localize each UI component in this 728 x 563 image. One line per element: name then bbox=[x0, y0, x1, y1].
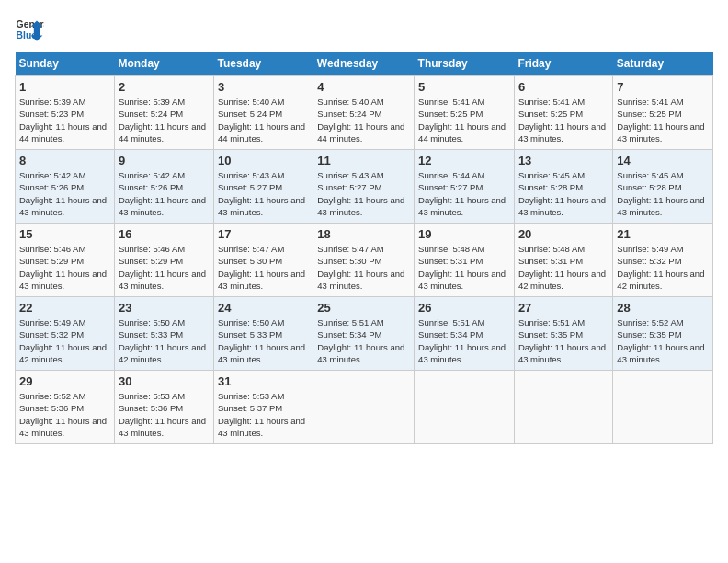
calendar-cell: 9 Sunrise: 5:42 AMSunset: 5:26 PMDayligh… bbox=[114, 150, 213, 224]
calendar-cell: 2 Sunrise: 5:39 AMSunset: 5:24 PMDayligh… bbox=[114, 76, 213, 150]
day-info: Sunrise: 5:47 AMSunset: 5:30 PMDaylight:… bbox=[218, 244, 305, 291]
calendar-cell: 4 Sunrise: 5:40 AMSunset: 5:24 PMDayligh… bbox=[313, 76, 415, 150]
day-info: Sunrise: 5:48 AMSunset: 5:31 PMDaylight:… bbox=[418, 244, 506, 291]
day-number: 13 bbox=[518, 154, 609, 167]
week-row-5: 29 Sunrise: 5:52 AMSunset: 5:36 PMDaylig… bbox=[16, 371, 713, 444]
calendar-cell: 16 Sunrise: 5:46 AMSunset: 5:29 PMDaylig… bbox=[114, 224, 213, 297]
calendar-cell: 31 Sunrise: 5:53 AMSunset: 5:37 PMDaylig… bbox=[214, 371, 313, 444]
calendar-header-row: SundayMondayTuesdayWednesdayThursdayFrid… bbox=[16, 52, 713, 76]
calendar-cell: 11 Sunrise: 5:43 AMSunset: 5:27 PMDaylig… bbox=[313, 150, 415, 224]
calendar-cell: 13 Sunrise: 5:45 AMSunset: 5:28 PMDaylig… bbox=[514, 150, 612, 224]
week-row-4: 22 Sunrise: 5:49 AMSunset: 5:32 PMDaylig… bbox=[16, 297, 713, 371]
header-friday: Friday bbox=[514, 52, 612, 76]
day-info: Sunrise: 5:41 AMSunset: 5:25 PMDaylight:… bbox=[518, 97, 606, 144]
calendar-cell bbox=[415, 371, 515, 444]
calendar-cell: 18 Sunrise: 5:47 AMSunset: 5:30 PMDaylig… bbox=[313, 224, 415, 297]
logo-icon: General Blue bbox=[15, 15, 44, 44]
day-info: Sunrise: 5:45 AMSunset: 5:28 PMDaylight:… bbox=[518, 170, 606, 217]
day-number: 12 bbox=[418, 154, 510, 167]
day-info: Sunrise: 5:45 AMSunset: 5:28 PMDaylight:… bbox=[617, 170, 704, 217]
day-info: Sunrise: 5:44 AMSunset: 5:27 PMDaylight:… bbox=[418, 170, 506, 217]
day-number: 19 bbox=[418, 227, 510, 241]
day-info: Sunrise: 5:46 AMSunset: 5:29 PMDaylight:… bbox=[119, 244, 206, 291]
day-info: Sunrise: 5:40 AMSunset: 5:24 PMDaylight:… bbox=[317, 97, 404, 144]
day-info: Sunrise: 5:42 AMSunset: 5:26 PMDaylight:… bbox=[19, 170, 107, 217]
day-number: 2 bbox=[119, 80, 210, 94]
day-number: 3 bbox=[218, 80, 309, 94]
calendar-cell: 25 Sunrise: 5:51 AMSunset: 5:34 PMDaylig… bbox=[313, 297, 415, 371]
day-info: Sunrise: 5:49 AMSunset: 5:32 PMDaylight:… bbox=[19, 317, 107, 364]
day-number: 22 bbox=[19, 301, 110, 315]
day-number: 31 bbox=[218, 374, 309, 388]
header-tuesday: Tuesday bbox=[214, 52, 313, 76]
day-info: Sunrise: 5:51 AMSunset: 5:34 PMDaylight:… bbox=[418, 317, 506, 364]
calendar-cell: 26 Sunrise: 5:51 AMSunset: 5:34 PMDaylig… bbox=[415, 297, 515, 371]
day-number: 17 bbox=[218, 227, 309, 241]
day-number: 20 bbox=[518, 227, 609, 241]
week-row-2: 8 Sunrise: 5:42 AMSunset: 5:26 PMDayligh… bbox=[16, 150, 713, 224]
calendar-cell: 28 Sunrise: 5:52 AMSunset: 5:35 PMDaylig… bbox=[613, 297, 713, 371]
day-number: 18 bbox=[317, 227, 410, 241]
day-info: Sunrise: 5:51 AMSunset: 5:34 PMDaylight:… bbox=[317, 317, 404, 364]
header-monday: Monday bbox=[114, 52, 213, 76]
day-number: 9 bbox=[119, 154, 210, 167]
calendar-cell: 10 Sunrise: 5:43 AMSunset: 5:27 PMDaylig… bbox=[214, 150, 313, 224]
calendar-cell: 23 Sunrise: 5:50 AMSunset: 5:33 PMDaylig… bbox=[114, 297, 213, 371]
calendar-cell: 7 Sunrise: 5:41 AMSunset: 5:25 PMDayligh… bbox=[613, 76, 713, 150]
day-number: 5 bbox=[418, 80, 510, 94]
day-number: 15 bbox=[19, 227, 110, 241]
calendar-cell: 27 Sunrise: 5:51 AMSunset: 5:35 PMDaylig… bbox=[514, 297, 612, 371]
day-number: 28 bbox=[617, 301, 709, 315]
calendar-cell: 29 Sunrise: 5:52 AMSunset: 5:36 PMDaylig… bbox=[16, 371, 115, 444]
day-number: 11 bbox=[317, 154, 410, 167]
calendar-cell: 6 Sunrise: 5:41 AMSunset: 5:25 PMDayligh… bbox=[514, 76, 612, 150]
header-sunday: Sunday bbox=[16, 52, 115, 76]
day-info: Sunrise: 5:43 AMSunset: 5:27 PMDaylight:… bbox=[218, 170, 305, 217]
header: General Blue bbox=[15, 15, 713, 44]
calendar-cell: 3 Sunrise: 5:40 AMSunset: 5:24 PMDayligh… bbox=[214, 76, 313, 150]
header-saturday: Saturday bbox=[613, 52, 713, 76]
day-number: 29 bbox=[19, 374, 110, 388]
day-number: 6 bbox=[518, 80, 609, 94]
calendar-cell: 20 Sunrise: 5:48 AMSunset: 5:31 PMDaylig… bbox=[514, 224, 612, 297]
day-info: Sunrise: 5:50 AMSunset: 5:33 PMDaylight:… bbox=[119, 317, 206, 364]
calendar-cell: 15 Sunrise: 5:46 AMSunset: 5:29 PMDaylig… bbox=[16, 224, 115, 297]
calendar-table: SundayMondayTuesdayWednesdayThursdayFrid… bbox=[15, 52, 713, 444]
day-number: 7 bbox=[617, 80, 709, 94]
calendar-cell bbox=[514, 371, 612, 444]
calendar-cell: 21 Sunrise: 5:49 AMSunset: 5:32 PMDaylig… bbox=[613, 224, 713, 297]
header-thursday: Thursday bbox=[415, 52, 515, 76]
day-info: Sunrise: 5:53 AMSunset: 5:36 PMDaylight:… bbox=[119, 391, 206, 438]
calendar-cell: 24 Sunrise: 5:50 AMSunset: 5:33 PMDaylig… bbox=[214, 297, 313, 371]
calendar-cell: 8 Sunrise: 5:42 AMSunset: 5:26 PMDayligh… bbox=[16, 150, 115, 224]
day-number: 14 bbox=[617, 154, 709, 167]
calendar-cell: 22 Sunrise: 5:49 AMSunset: 5:32 PMDaylig… bbox=[16, 297, 115, 371]
logo: General Blue bbox=[15, 15, 44, 44]
calendar-cell: 12 Sunrise: 5:44 AMSunset: 5:27 PMDaylig… bbox=[415, 150, 515, 224]
day-info: Sunrise: 5:50 AMSunset: 5:33 PMDaylight:… bbox=[218, 317, 305, 364]
day-info: Sunrise: 5:41 AMSunset: 5:25 PMDaylight:… bbox=[617, 97, 704, 144]
day-info: Sunrise: 5:49 AMSunset: 5:32 PMDaylight:… bbox=[617, 244, 704, 291]
day-info: Sunrise: 5:47 AMSunset: 5:30 PMDaylight:… bbox=[317, 244, 404, 291]
week-row-3: 15 Sunrise: 5:46 AMSunset: 5:29 PMDaylig… bbox=[16, 224, 713, 297]
day-info: Sunrise: 5:46 AMSunset: 5:29 PMDaylight:… bbox=[19, 244, 107, 291]
header-wednesday: Wednesday bbox=[313, 52, 415, 76]
day-number: 27 bbox=[518, 301, 609, 315]
day-number: 21 bbox=[617, 227, 709, 241]
day-info: Sunrise: 5:48 AMSunset: 5:31 PMDaylight:… bbox=[518, 244, 606, 291]
calendar-cell bbox=[613, 371, 713, 444]
day-number: 26 bbox=[418, 301, 510, 315]
calendar-cell: 5 Sunrise: 5:41 AMSunset: 5:25 PMDayligh… bbox=[415, 76, 515, 150]
day-info: Sunrise: 5:40 AMSunset: 5:24 PMDaylight:… bbox=[218, 97, 305, 144]
calendar-cell: 17 Sunrise: 5:47 AMSunset: 5:30 PMDaylig… bbox=[214, 224, 313, 297]
day-number: 25 bbox=[317, 301, 410, 315]
day-info: Sunrise: 5:52 AMSunset: 5:36 PMDaylight:… bbox=[19, 391, 107, 438]
calendar-cell: 14 Sunrise: 5:45 AMSunset: 5:28 PMDaylig… bbox=[613, 150, 713, 224]
calendar-cell: 19 Sunrise: 5:48 AMSunset: 5:31 PMDaylig… bbox=[415, 224, 515, 297]
day-number: 24 bbox=[218, 301, 309, 315]
day-number: 16 bbox=[119, 227, 210, 241]
calendar-cell: 1 Sunrise: 5:39 AMSunset: 5:23 PMDayligh… bbox=[16, 76, 115, 150]
day-info: Sunrise: 5:39 AMSunset: 5:23 PMDaylight:… bbox=[19, 97, 107, 144]
day-number: 23 bbox=[119, 301, 210, 315]
day-info: Sunrise: 5:41 AMSunset: 5:25 PMDaylight:… bbox=[418, 97, 506, 144]
